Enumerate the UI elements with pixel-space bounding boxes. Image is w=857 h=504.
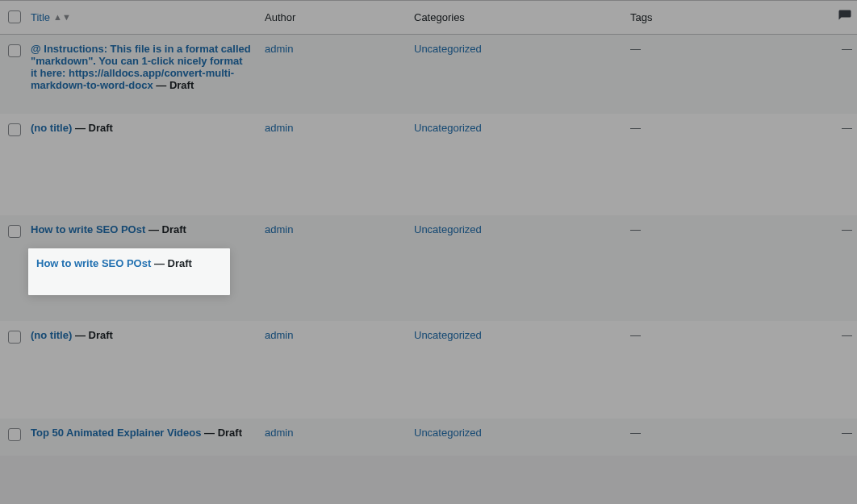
tags-value: —: [630, 329, 641, 341]
author-link[interactable]: admin: [265, 43, 293, 55]
comments-value: —: [842, 427, 852, 439]
post-title-link[interactable]: @ Instructions: This file is in a format…: [31, 43, 251, 91]
row-checkbox[interactable]: [8, 428, 21, 441]
highlighted-row: How to write SEO POst — Draft: [28, 248, 230, 295]
post-title-link[interactable]: (no title): [31, 329, 72, 341]
row-checkbox[interactable]: [8, 44, 21, 57]
table-row: Top 50 Animated Explainer Videos — Draft…: [0, 419, 857, 456]
tags-value: —: [630, 223, 641, 235]
post-title-link[interactable]: How to write SEO POst: [36, 257, 151, 269]
category-link[interactable]: Uncategorized: [414, 43, 482, 55]
row-checkbox[interactable]: [8, 123, 21, 136]
comments-column-header[interactable]: [831, 1, 857, 35]
title-sort-link[interactable]: Title ▲▼: [31, 11, 71, 23]
comments-value: —: [842, 329, 852, 341]
row-checkbox[interactable]: [8, 331, 21, 344]
comments-value: —: [842, 223, 852, 235]
table-row: @ Instructions: This file is in a format…: [0, 35, 857, 115]
author-link[interactable]: admin: [265, 223, 293, 235]
categories-column-header[interactable]: Categories: [408, 1, 624, 35]
author-column-header[interactable]: Author: [258, 1, 408, 35]
select-all-checkbox[interactable]: [8, 10, 21, 23]
comments-value: —: [842, 43, 852, 55]
author-link[interactable]: admin: [265, 427, 293, 439]
tags-value: —: [630, 427, 641, 439]
post-status: — Draft: [145, 223, 186, 235]
sort-icon: ▲▼: [53, 13, 71, 22]
title-header-label: Title: [31, 11, 50, 23]
posts-table: Title ▲▼ Author Categories Tags @ Instru…: [0, 0, 857, 456]
row-checkbox[interactable]: [8, 225, 21, 238]
category-link[interactable]: Uncategorized: [414, 223, 482, 235]
post-status: — Draft: [153, 79, 194, 91]
category-link[interactable]: Uncategorized: [414, 122, 482, 134]
category-link[interactable]: Uncategorized: [414, 329, 482, 341]
post-status: — Draft: [201, 427, 242, 439]
table-header-row: Title ▲▼ Author Categories Tags: [0, 1, 857, 35]
table-row: (no title) — Draft admin Uncategorized —…: [0, 114, 857, 215]
title-column-header[interactable]: Title ▲▼: [24, 1, 258, 35]
category-link[interactable]: Uncategorized: [414, 427, 482, 439]
author-link[interactable]: admin: [265, 122, 293, 134]
post-status: — Draft: [151, 257, 192, 269]
comments-value: —: [842, 122, 852, 134]
post-title-link[interactable]: Top 50 Animated Explainer Videos: [31, 427, 201, 439]
table-row: (no title) — Draft admin Uncategorized —…: [0, 321, 857, 419]
author-link[interactable]: admin: [265, 329, 293, 341]
tags-value: —: [630, 43, 641, 55]
post-title-link[interactable]: (no title): [31, 122, 72, 134]
post-status: — Draft: [72, 329, 113, 341]
post-title-link[interactable]: How to write SEO POst: [31, 223, 145, 235]
tags-column-header[interactable]: Tags: [624, 1, 831, 35]
select-all-header: [0, 1, 24, 35]
post-status: — Draft: [72, 122, 113, 134]
tags-value: —: [630, 122, 641, 134]
comment-icon: [838, 9, 852, 23]
